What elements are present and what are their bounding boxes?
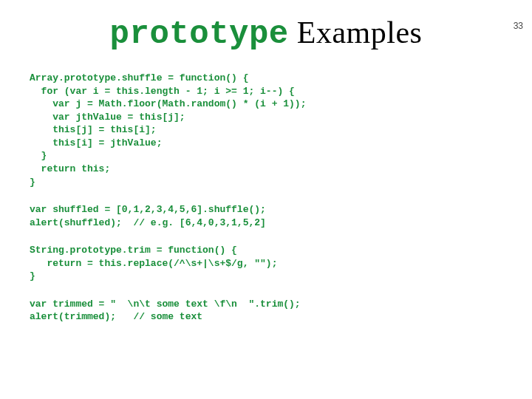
code-area: Array.prototype.shuffle = function() { f… — [30, 72, 502, 324]
code-block-shuffle-use: var shuffled = [0,1,2,3,4,5,6].shuffle()… — [30, 203, 502, 229]
slide: 33 prototype Examples Array.prototype.sh… — [0, 16, 532, 399]
code-block-trim-use: var trimmed = " \n\t some text \f\n ".tr… — [30, 298, 502, 324]
page-number: 33 — [514, 21, 523, 31]
title-keyword: prototype — [110, 16, 289, 52]
code-block-trim-def: String.prototype.trim = function() { ret… — [30, 244, 502, 283]
slide-title: prototype Examples — [0, 16, 532, 51]
title-rest: Examples — [289, 16, 423, 50]
code-block-shuffle-def: Array.prototype.shuffle = function() { f… — [30, 72, 502, 188]
